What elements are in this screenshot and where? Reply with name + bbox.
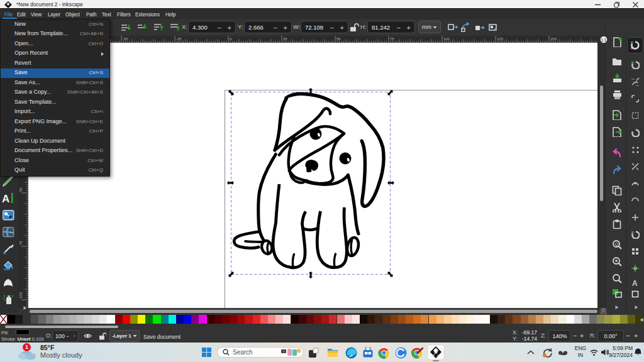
- svg-text:0: 0: [230, 37, 232, 41]
- svg-text:100: 100: [19, 292, 23, 299]
- svg-text:-25: -25: [176, 37, 182, 41]
- svg-text:50: 50: [19, 187, 23, 192]
- svg-text:150: 150: [550, 37, 557, 41]
- svg-text:-50: -50: [123, 37, 128, 41]
- svg-text:A: A: [632, 279, 638, 287]
- svg-text:A: A: [2, 193, 9, 204]
- svg-text:125: 125: [497, 37, 504, 41]
- svg-text:50: 50: [336, 37, 341, 41]
- svg-text:100: 100: [443, 37, 450, 41]
- svg-text:25: 25: [283, 37, 287, 41]
- svg-text:75: 75: [19, 241, 23, 245]
- svg-text:Q: Q: [615, 242, 619, 247]
- svg-text:75: 75: [390, 37, 394, 41]
- svg-text:1:1: 1:1: [601, 38, 606, 42]
